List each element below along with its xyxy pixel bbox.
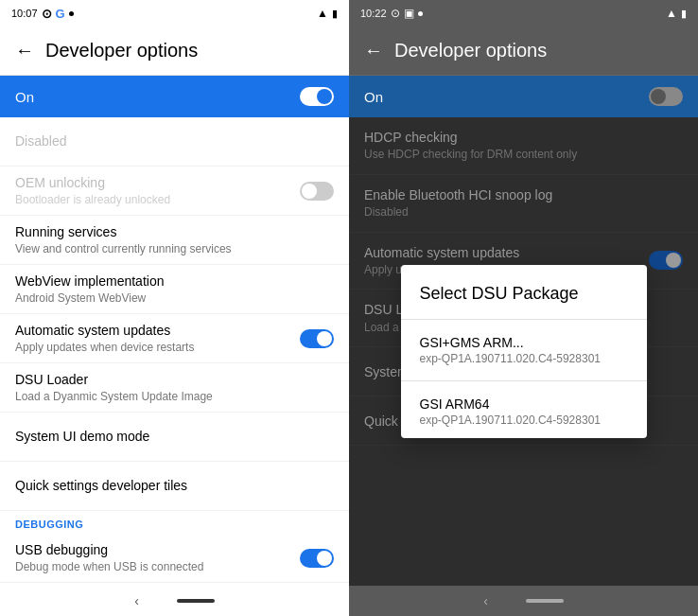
list-item[interactable]: DSU Loader Load a Dyanmic System Update … — [0, 363, 349, 413]
dialog-option-title-2: GSI ARM64 — [420, 396, 628, 412]
g-letter: G — [56, 7, 65, 21]
home-pill-left[interactable] — [177, 599, 215, 603]
setting-text: Automatic system updates Apply updates w… — [15, 322, 300, 356]
status-right-left: ▲ ▮ — [317, 7, 338, 20]
oem-toggle[interactable] — [300, 182, 334, 201]
content-left: Disabled OEM unlocking Bootloader is alr… — [0, 117, 349, 586]
dialog-divider-top — [401, 319, 647, 320]
toggle-knob-right — [651, 89, 666, 104]
dialog-title: Select DSU Package — [401, 265, 647, 315]
nav-bar-left: ‹ — [0, 586, 349, 616]
status-dot-right — [418, 11, 423, 16]
time-right: 10:22 — [360, 8, 387, 19]
top-bar-right: ← Developer options — [349, 26, 698, 76]
dialog-item-gsi-arm64[interactable]: GSI ARM64 exp-QP1A.190711.020.C4-5928301 — [401, 385, 647, 438]
setting-title: OEM unlocking — [15, 174, 300, 191]
toggle-knob-left — [317, 89, 332, 104]
section-header-debugging: DEBUGGING — [0, 511, 349, 534]
back-button-left[interactable]: ← — [15, 40, 34, 62]
setting-title: Automatic system updates — [15, 322, 300, 339]
setting-title: WebView implementation — [15, 273, 334, 290]
s-icon: ⊙ — [391, 7, 400, 20]
on-row-left[interactable]: On — [0, 76, 349, 117]
setting-text: Disabled — [15, 132, 334, 150]
setting-text: System UI demo mode — [15, 428, 334, 445]
dialog-option-title-1: GSI+GMS ARM... — [420, 335, 628, 350]
oem-toggle-knob — [302, 184, 317, 199]
setting-title: DSU Loader — [15, 371, 334, 388]
select-dsu-dialog: Select DSU Package GSI+GMS ARM... exp-QP… — [401, 265, 647, 438]
status-left: 10:07 ⊙ G — [11, 7, 74, 21]
on-label-left: On — [15, 89, 34, 105]
status-right-right: ▲ ▮ — [666, 7, 687, 20]
setting-subtitle: Load a Dyanmic System Update Image — [15, 390, 334, 405]
setting-text: Running services View and control curren… — [15, 223, 334, 257]
usb-debug-toggle[interactable] — [300, 549, 334, 568]
nav-bar-right: ‹ — [349, 586, 698, 616]
setting-text: DSU Loader Load a Dyanmic System Update … — [15, 371, 334, 405]
auto-update-toggle[interactable] — [300, 329, 334, 348]
page-title-right: Developer options — [394, 40, 547, 62]
toggle-right[interactable] — [649, 87, 683, 106]
auto-update-toggle-knob — [317, 331, 332, 346]
setting-subtitle: Debug mode when USB is connected — [15, 560, 300, 575]
list-item[interactable]: OEM unlocking Bootloader is already unlo… — [0, 167, 349, 216]
toggle-left[interactable] — [300, 87, 334, 106]
status-dot-left — [69, 11, 74, 16]
setting-subtitle: View and control currently running servi… — [15, 242, 334, 257]
list-item[interactable]: System UI demo mode — [0, 413, 349, 462]
dialog-option-subtitle-1: exp-QP1A.190711.020.C4-5928301 — [420, 352, 628, 365]
on-label-right: On — [364, 89, 383, 105]
list-item: Disabled — [0, 117, 349, 167]
on-row-right[interactable]: On — [349, 76, 698, 117]
setting-subtitle: Bootloader is already unlocked — [15, 193, 300, 208]
list-item[interactable]: Quick settings developer tiles — [0, 462, 349, 511]
setting-text: USB debugging Debug mode when USB is con… — [15, 541, 300, 575]
dialog-item-gsi-gms[interactable]: GSI+GMS ARM... exp-QP1A.190711.020.C4-59… — [401, 324, 647, 377]
setting-title: Quick settings developer tiles — [15, 477, 334, 494]
back-nav-right[interactable]: ‹ — [483, 593, 488, 608]
status-bar-left: 10:07 ⊙ G ▲ ▮ — [0, 0, 349, 26]
setting-subtitle: Android System WebView — [15, 291, 334, 307]
top-bar-left: ← Developer options — [0, 26, 349, 76]
setting-text: OEM unlocking Bootloader is already unlo… — [15, 174, 300, 208]
list-item[interactable]: WebView implementation Android System We… — [0, 265, 349, 314]
dialog-option-subtitle-2: exp-QP1A.190711.020.C4-5928301 — [420, 414, 628, 427]
dialog-divider-mid — [401, 380, 647, 381]
content-right: HDCP checking Use HDCP checking for DRM … — [349, 117, 698, 586]
list-item[interactable]: Automatic system updates Apply updates w… — [0, 314, 349, 363]
setting-title: Disabled — [15, 132, 334, 150]
setting-title: System UI demo mode — [15, 428, 334, 445]
photo-icon: ▣ — [404, 7, 414, 20]
setting-text: Quick settings developer tiles — [15, 477, 334, 494]
status-left-right: 10:22 ⊙ ▣ — [360, 7, 423, 20]
list-item[interactable]: USB debugging Debug mode when USB is con… — [0, 534, 349, 583]
battery-icon-left: ▮ — [332, 8, 338, 20]
list-item[interactable]: Running services View and control curren… — [0, 216, 349, 265]
setting-text: WebView implementation Android System We… — [15, 273, 334, 307]
dialog-overlay[interactable]: Select DSU Package GSI+GMS ARM... exp-QP… — [349, 117, 698, 586]
page-title-left: Developer options — [45, 40, 198, 62]
back-button-right[interactable]: ← — [364, 40, 383, 62]
setting-title: Running services — [15, 223, 334, 240]
back-nav-left[interactable]: ‹ — [134, 593, 139, 608]
setting-title: USB debugging — [15, 541, 300, 558]
wifi-icon-right: ▲ — [666, 7, 677, 20]
status-bar-right: 10:22 ⊙ ▣ ▲ ▮ — [349, 0, 698, 26]
usb-debug-toggle-knob — [317, 551, 332, 566]
g-icon: ⊙ — [42, 7, 52, 21]
right-phone: 10:22 ⊙ ▣ ▲ ▮ ← Developer options On HDC… — [349, 0, 698, 616]
time-left: 10:07 — [11, 8, 38, 19]
home-pill-right[interactable] — [526, 599, 564, 603]
battery-icon-right: ▮ — [681, 8, 687, 20]
setting-subtitle: Apply updates when device restarts — [15, 341, 300, 356]
wifi-icon-left: ▲ — [317, 7, 328, 20]
left-phone: 10:07 ⊙ G ▲ ▮ ← Developer options On Dis… — [0, 0, 349, 616]
